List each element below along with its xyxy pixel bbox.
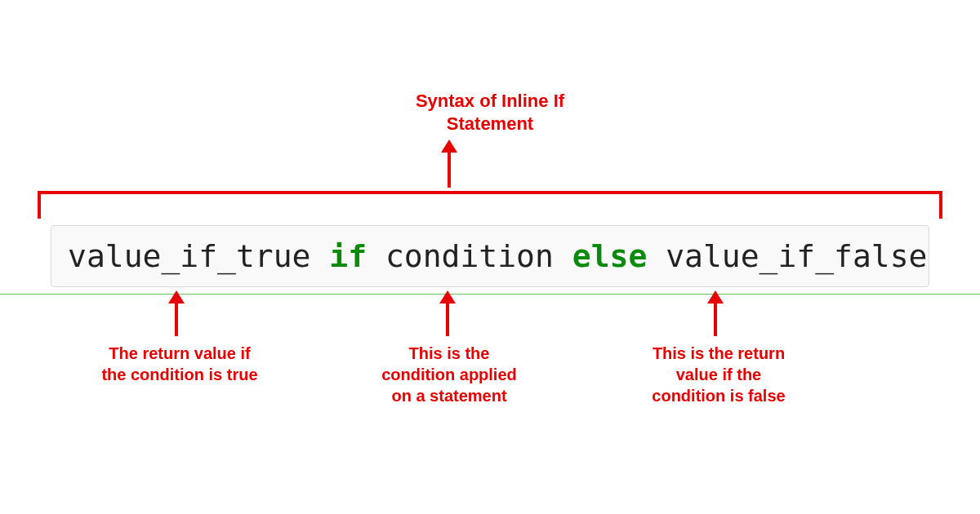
arrow-up-icon [448, 151, 451, 188]
code-token-condition: condition [385, 238, 554, 274]
code-snippet: value_if_true if condition else value_if… [51, 225, 929, 287]
bracket-icon [38, 191, 942, 219]
arrow-up-icon [446, 302, 449, 336]
code-token-value-false: value_if_false [666, 238, 927, 274]
divider-line [0, 294, 980, 295]
diagram-canvas: Syntax of Inline If Statement value_if_t… [0, 0, 980, 514]
arrow-up-icon [714, 302, 717, 336]
annotation-condition: This is the condition applied on a state… [359, 343, 539, 406]
code-token-value-true: value_if_true [68, 238, 310, 274]
code-keyword-else: else [572, 238, 648, 274]
arrow-up-icon [175, 302, 178, 336]
diagram-title: Syntax of Inline If Statement [416, 90, 564, 135]
code-keyword-if: if [329, 238, 367, 274]
annotation-false: This is the return value if the conditio… [629, 343, 808, 406]
annotation-true: The return value if the condition is tru… [90, 343, 270, 385]
